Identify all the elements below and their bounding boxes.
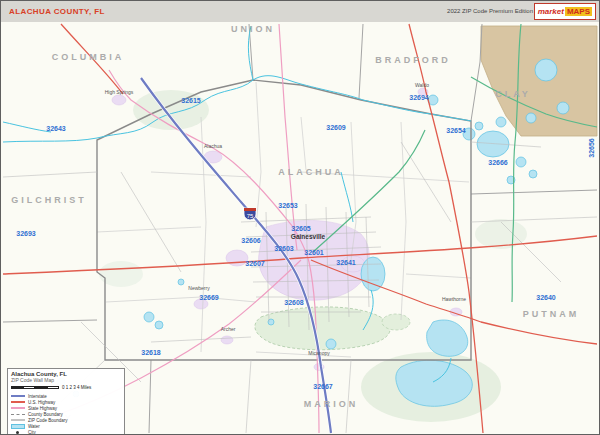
- legend-swatch: [11, 395, 25, 397]
- legend-swatch: [11, 407, 25, 409]
- legend-swatch: [11, 430, 25, 435]
- legend: Alachua County, FL ZIP Code Wall Map 0 1…: [7, 368, 125, 435]
- scale-label: 0 1 2 3 4 Miles: [62, 385, 91, 390]
- legend-row-label: U.S. Highway: [28, 400, 55, 405]
- legend-row-label: City: [28, 430, 36, 435]
- legend-row-label: County Boundary: [28, 412, 63, 417]
- scale-segment: [35, 386, 47, 389]
- legend-row-label: ZIP Code Boundary: [28, 418, 67, 423]
- scale-segment: [47, 386, 59, 389]
- legend-swatch: [11, 424, 25, 429]
- logo-text-market: market: [538, 7, 564, 16]
- scale-segment: [11, 386, 23, 389]
- svg-text:75: 75: [247, 213, 254, 219]
- legend-subtitle: ZIP Code Wall Map: [11, 377, 121, 383]
- legend-row-label: State Highway: [28, 406, 57, 411]
- legend-swatch: [11, 419, 25, 421]
- map-poster: ALACHUA COUNTY, FL 2022 ZIP Code Premium…: [0, 0, 600, 435]
- legend-row-city: City: [11, 429, 121, 435]
- legend-rows: InterstateU.S. HighwayState HighwayCount…: [11, 393, 121, 435]
- edition-label: 2022 ZIP Code Premium Edition: [447, 8, 533, 14]
- logo-text-maps: MAPS: [565, 7, 592, 16]
- legend-row-label: Interstate: [28, 394, 47, 399]
- scale-bar: 0 1 2 3 4 Miles: [11, 384, 121, 391]
- interstate-shield: 75: [244, 208, 256, 220]
- header-bar: ALACHUA COUNTY, FL 2022 ZIP Code Premium…: [1, 1, 599, 23]
- map-canvas: 75 COLUMBIAUNIONBRADFORDCLAYGILCHRISTALA…: [1, 22, 599, 434]
- page-title: ALACHUA COUNTY, FL: [9, 7, 105, 16]
- legend-swatch: [11, 401, 25, 403]
- legend-swatch: [11, 414, 25, 415]
- marketmaps-logo: market MAPS: [534, 3, 596, 20]
- scale-segment: [23, 386, 35, 389]
- legend-row-label: Water: [28, 424, 40, 429]
